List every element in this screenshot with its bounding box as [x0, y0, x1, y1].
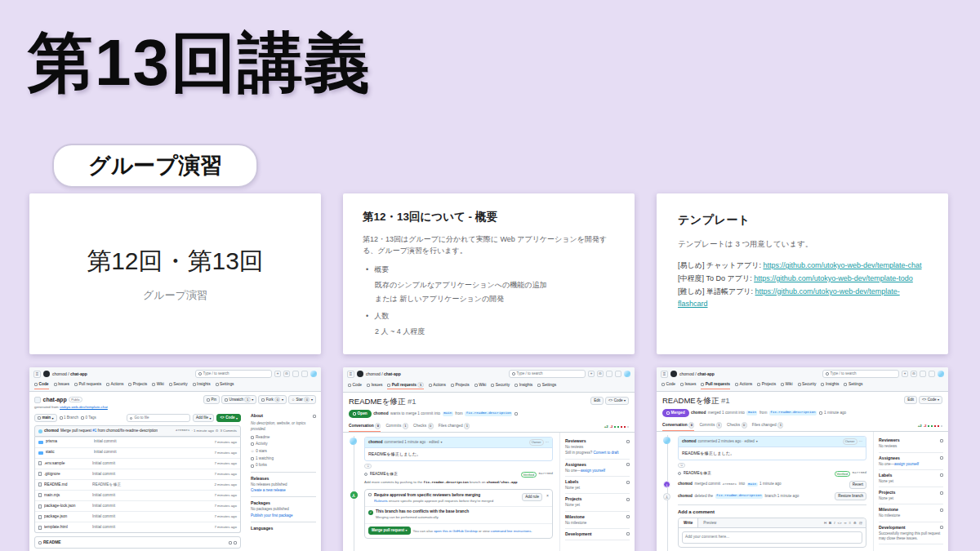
search-input[interactable]: Type / to search	[822, 370, 899, 378]
tab-projects[interactable]: Projects	[451, 382, 470, 389]
go-to-file-input[interactable]: Go to file	[127, 414, 190, 422]
gear-icon[interactable]	[940, 456, 943, 460]
breadcrumb[interactable]: chomod / chat-app	[366, 371, 401, 377]
comment-author[interactable]: chomod	[682, 439, 697, 444]
file-row[interactable]: .env.sampleInitial commit7 minutes ago	[35, 458, 240, 469]
kebab-menu-icon[interactable]: ···	[859, 439, 863, 444]
pull-requests-icon[interactable]	[606, 371, 612, 377]
commit-hash[interactable]: 47e56e1	[176, 429, 190, 433]
publish-package-link[interactable]: Publish your first package	[251, 513, 293, 518]
comment-author-avatar[interactable]	[663, 437, 670, 444]
tab-projects[interactable]: Projects	[757, 382, 776, 389]
slide-thumbnail-templates[interactable]: テンプレート テンプレートは 3 つ用意しています。 [易しめ] チャットアプリ…	[657, 193, 948, 354]
issues-icon[interactable]: ⊙	[597, 371, 604, 377]
about-activity[interactable]: Activity	[251, 442, 316, 447]
copy-icon[interactable]	[514, 412, 518, 415]
gear-icon[interactable]	[313, 415, 316, 418]
file-row[interactable]: package.jsonInitial commit7 minutes ago	[35, 511, 240, 522]
tab-wiki[interactable]: Wiki	[781, 382, 793, 389]
merge-pull-request-button[interactable]: Merge pull request▾	[368, 527, 411, 535]
tab-issues[interactable]: Issues	[367, 382, 382, 389]
base-branch-chip[interactable]: main	[747, 482, 758, 487]
gear-icon[interactable]	[626, 481, 630, 484]
code-icon[interactable]: <>	[837, 521, 841, 526]
pencil-icon[interactable]	[229, 541, 232, 544]
restore-branch-button[interactable]: Restore branch	[835, 492, 866, 500]
code-button[interactable]: <>Code▾	[216, 414, 241, 422]
tab-projects[interactable]: Projects	[128, 382, 147, 389]
head-branch-chip[interactable]: fix-readme-description	[769, 411, 817, 415]
tab-code[interactable]: Code	[34, 382, 49, 389]
attach-icon[interactable]: ⊕	[853, 521, 857, 526]
add-rule-button[interactable]: Add rule	[522, 493, 542, 501]
issues-icon[interactable]: ⊙	[911, 371, 917, 377]
commit-event-row[interactable]: READMEを修正 Verified 5a7738d	[364, 472, 553, 478]
tab-conversation[interactable]: Conversation0	[349, 421, 381, 432]
github-pr-open-screenshot[interactable]: ≡ chomod / chat-app Type / to search + ⊙…	[343, 367, 635, 551]
tab-settings[interactable]: Settings	[537, 382, 556, 389]
github-repo-screenshot[interactable]: ≡ chomod / chat-app Type / to search + ⊙…	[29, 367, 321, 551]
assign-yourself-link[interactable]: assign yourself	[894, 462, 919, 466]
gear-icon[interactable]	[940, 473, 943, 477]
pr-author[interactable]: chomod	[691, 411, 706, 415]
tab-actions[interactable]: Actions	[106, 382, 123, 389]
edit-button[interactable]: Edit	[590, 397, 604, 405]
readme-section-bar[interactable]: README	[34, 536, 241, 549]
tab-security[interactable]: Security	[491, 382, 510, 389]
tab-pull-requests[interactable]: Pull requests	[74, 382, 101, 389]
base-branch-chip[interactable]: main	[443, 411, 453, 416]
pr-author[interactable]: chomod	[373, 411, 388, 416]
gear-icon[interactable]	[626, 463, 630, 466]
gear-icon[interactable]	[626, 515, 630, 518]
tab-code[interactable]: Code	[662, 382, 675, 389]
search-input[interactable]: Type / to search	[509, 370, 586, 378]
inbox-icon[interactable]	[929, 371, 935, 377]
tab-pull-requests[interactable]: Pull requests1	[387, 382, 423, 389]
assign-yourself-link[interactable]: assign yourself	[581, 469, 605, 473]
rulesets-link[interactable]: Rulesets	[374, 499, 388, 503]
tab-settings[interactable]: Settings	[844, 382, 862, 389]
pull-requests-icon[interactable]	[920, 371, 926, 377]
convert-to-draft-link[interactable]: Convert to draft	[594, 451, 619, 455]
tab-checks[interactable]: Checks0	[727, 420, 747, 431]
slide-thumbnail-title[interactable]: 第12回・第13回 グループ演習	[29, 193, 321, 354]
about-watching[interactable]: 1 watching	[251, 456, 316, 461]
create-new-icon[interactable]: +	[902, 371, 908, 377]
user-avatar[interactable]	[310, 371, 317, 377]
user-avatar[interactable]	[938, 371, 944, 377]
github-logo-icon[interactable]	[357, 371, 363, 377]
mention-icon[interactable]: @	[859, 521, 862, 526]
bold-icon[interactable]: B	[829, 521, 831, 526]
commit-count[interactable]: 3 Commits	[220, 429, 237, 433]
tab-wiki[interactable]: Wiki	[474, 382, 487, 389]
create-new-icon[interactable]: +	[588, 371, 595, 377]
template-chat-link[interactable]: https://github.com/utokyo-web-dev/templa…	[763, 261, 921, 269]
commit-event-row[interactable]: READMEを修正 Verified 5a7738d	[678, 471, 866, 477]
branch-selector[interactable]: main▾	[34, 414, 57, 422]
gear-icon[interactable]	[940, 509, 943, 512]
tab-settings[interactable]: Settings	[216, 382, 234, 389]
unwatch-button[interactable]: Unwatch1▾	[221, 395, 256, 404]
about-forks[interactable]: 0 forks	[251, 463, 316, 468]
commit-hash[interactable]: 5a7738d	[538, 472, 553, 477]
deleted-branch-chip[interactable]: fix-readme-description	[715, 494, 763, 499]
tab-insights[interactable]: Insights	[821, 382, 839, 389]
gear-icon[interactable]	[626, 498, 630, 501]
pin-button[interactable]: Pin	[203, 395, 220, 404]
search-input[interactable]: Type / to search	[195, 370, 272, 378]
fork-button[interactable]: Fork0▾	[258, 395, 287, 404]
italic-icon[interactable]: I	[834, 521, 835, 526]
tab-insights[interactable]: Insights	[193, 382, 211, 389]
hamburger-menu-icon[interactable]: ≡	[661, 371, 668, 378]
tab-commits[interactable]: Commits1	[385, 421, 408, 432]
gear-icon[interactable]	[626, 532, 630, 535]
write-tab[interactable]: Write	[679, 518, 698, 527]
github-desktop-link[interactable]: open this in GitHub Desktop	[434, 529, 478, 533]
edit-button[interactable]: Edit	[904, 396, 917, 404]
reaction-button[interactable]: ☺	[364, 464, 372, 469]
file-row[interactable]: staticInitial commit7 minutes ago	[35, 447, 240, 458]
tab-issues[interactable]: Issues	[54, 382, 69, 389]
preview-tab[interactable]: Preview	[698, 518, 721, 527]
inbox-icon[interactable]	[301, 371, 308, 377]
gear-icon[interactable]	[940, 491, 943, 495]
